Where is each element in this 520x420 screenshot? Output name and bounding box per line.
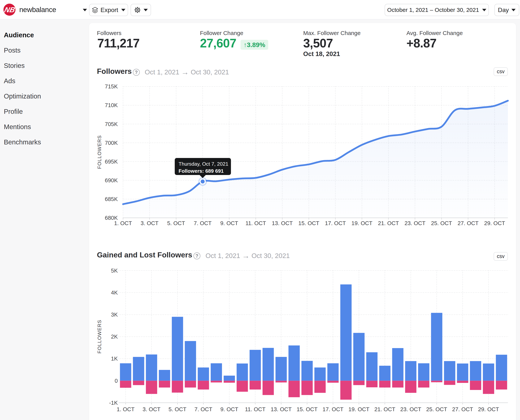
svg-text:5. OCT: 5. OCT <box>168 406 186 412</box>
svg-text:Followers: 689 691: Followers: 689 691 <box>178 168 224 174</box>
svg-text:25. OCT: 25. OCT <box>426 406 447 412</box>
svg-text:3K: 3K <box>111 312 118 318</box>
svg-text:4K: 4K <box>111 290 118 296</box>
svg-text:11. OCT: 11. OCT <box>245 406 266 412</box>
svg-text:19. OCT: 19. OCT <box>349 406 370 412</box>
svg-text:2K: 2K <box>111 334 118 340</box>
svg-text:NB: NB <box>3 6 15 14</box>
svg-text:27. OCT: 27. OCT <box>452 406 473 412</box>
svg-text:1. OCT: 1. OCT <box>117 406 134 412</box>
svg-text:FOLLOWERS: FOLLOWERS <box>97 320 102 354</box>
svg-text:Thursday, Oct 7, 2021: Thursday, Oct 7, 2021 <box>178 161 228 167</box>
svg-text:7. OCT: 7. OCT <box>194 220 212 226</box>
svg-text:23. OCT: 23. OCT <box>400 406 421 412</box>
svg-text:685K: 685K <box>105 196 118 202</box>
svg-text:25. OCT: 25. OCT <box>431 220 452 226</box>
svg-text:0: 0 <box>115 378 118 384</box>
svg-text:13. OCT: 13. OCT <box>272 220 293 226</box>
svg-text:9. OCT: 9. OCT <box>220 406 238 412</box>
svg-text:690K: 690K <box>105 177 118 183</box>
svg-text:15. OCT: 15. OCT <box>298 220 319 226</box>
svg-text:27. OCT: 27. OCT <box>458 220 479 226</box>
svg-text:-1K: -1K <box>109 400 118 406</box>
svg-text:21. OCT: 21. OCT <box>378 220 399 226</box>
svg-text:29. OCT: 29. OCT <box>478 406 499 412</box>
svg-text:1K: 1K <box>111 356 118 362</box>
svg-text:700K: 700K <box>105 140 118 146</box>
svg-text:23. OCT: 23. OCT <box>405 220 426 226</box>
svg-text:13. OCT: 13. OCT <box>271 406 292 412</box>
svg-text:5. OCT: 5. OCT <box>167 220 185 226</box>
svg-text:11. OCT: 11. OCT <box>245 220 266 226</box>
svg-text:3. OCT: 3. OCT <box>141 220 159 226</box>
svg-text:9. OCT: 9. OCT <box>220 220 238 226</box>
svg-text:695K: 695K <box>105 158 118 165</box>
svg-text:3. OCT: 3. OCT <box>143 406 161 412</box>
svg-text:17. OCT: 17. OCT <box>325 220 346 226</box>
svg-text:710K: 710K <box>105 102 118 108</box>
svg-text:15. OCT: 15. OCT <box>297 406 318 412</box>
svg-text:17. OCT: 17. OCT <box>322 406 343 412</box>
svg-text:7. OCT: 7. OCT <box>194 406 212 412</box>
svg-text:5K: 5K <box>111 268 118 274</box>
svg-text:715K: 715K <box>105 83 118 90</box>
svg-text:19. OCT: 19. OCT <box>351 220 372 226</box>
svg-text:29. OCT: 29. OCT <box>484 220 505 226</box>
svg-text:21. OCT: 21. OCT <box>374 406 395 412</box>
svg-text:1. OCT: 1. OCT <box>114 220 132 226</box>
svg-text:705K: 705K <box>105 121 118 127</box>
svg-text:FOLLOWERS: FOLLOWERS <box>97 135 102 169</box>
